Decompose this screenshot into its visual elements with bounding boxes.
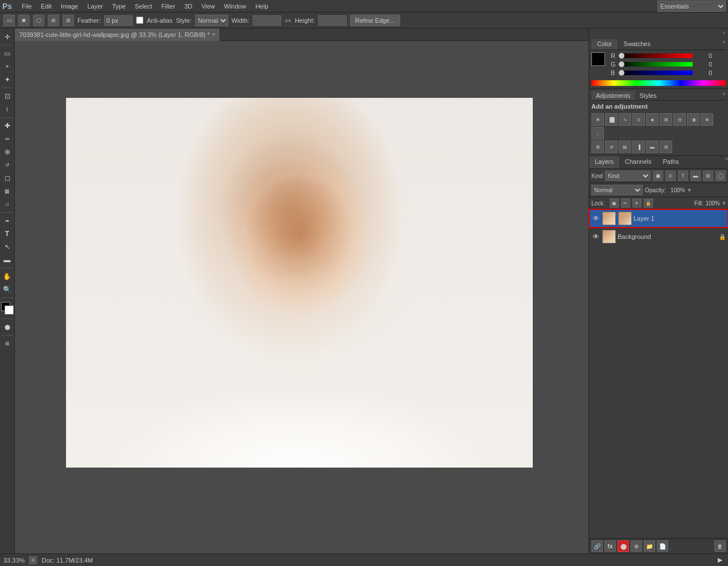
- background-color[interactable]: [5, 305, 14, 315]
- dodge-tool[interactable]: ○: [1, 198, 14, 210]
- spectrum-bar[interactable]: [591, 80, 726, 86]
- lock-all[interactable]: 🔒: [644, 199, 653, 208]
- menu-edit[interactable]: Edit: [37, 2, 56, 11]
- layer-item-background[interactable]: 👁 Background 🔒: [589, 228, 728, 246]
- layer-filter-shape[interactable]: ▬: [690, 171, 701, 181]
- lock-brush[interactable]: ✏: [621, 199, 630, 208]
- move-tool[interactable]: ✛: [1, 31, 14, 43]
- layer-filter-toggle[interactable]: ◯: [715, 171, 726, 181]
- adj-brightness[interactable]: ☀: [591, 113, 604, 126]
- quick-mask-tool[interactable]: ⬤: [1, 321, 14, 333]
- layer-filter-smart[interactable]: ⊞: [703, 171, 713, 181]
- canvas-scroll[interactable]: [15, 41, 589, 553]
- screen-mode-tool[interactable]: ⊞: [1, 337, 14, 350]
- tool-preset-icon[interactable]: ▭: [3, 15, 15, 26]
- status-arrow-btn[interactable]: ▶: [715, 556, 725, 565]
- adj-posterize[interactable]: ▤: [619, 141, 631, 153]
- adj-gradientmap[interactable]: ▬: [646, 141, 659, 153]
- gradient-tool[interactable]: ▦: [1, 185, 14, 197]
- adj-channelmix[interactable]: ⋮: [591, 127, 604, 139]
- layer-group-btn[interactable]: 📁: [644, 540, 655, 552]
- green-slider[interactable]: [619, 62, 693, 67]
- active-color-swatch[interactable]: [591, 52, 605, 66]
- healing-tool[interactable]: ✚: [1, 119, 14, 132]
- layer1-mask[interactable]: [618, 212, 632, 225]
- color-panel-menu-icon[interactable]: ≡: [723, 39, 726, 49]
- lock-checkerboard[interactable]: ▣: [610, 199, 619, 208]
- workspace-selector[interactable]: Essentials: [657, 1, 726, 12]
- menu-layer[interactable]: Layer: [83, 2, 107, 11]
- tab-adjustments[interactable]: Adjustments: [591, 91, 635, 100]
- status-info-btn[interactable]: ⊙: [29, 556, 37, 564]
- tool-row-icon[interactable]: ▤: [48, 15, 59, 26]
- width-input[interactable]: [253, 15, 281, 26]
- layer-new-btn[interactable]: 📄: [657, 540, 668, 552]
- eraser-tool[interactable]: ◻: [1, 172, 14, 184]
- adj-levels[interactable]: ▐█: [605, 113, 618, 126]
- zoom-tool[interactable]: 🔍: [1, 283, 14, 296]
- layer-delete-btn[interactable]: 🗑: [714, 540, 726, 552]
- kind-filter-select[interactable]: Kind: [605, 171, 651, 181]
- layer-filter-type[interactable]: T: [678, 171, 688, 181]
- layer-link-btn[interactable]: 🔗: [591, 540, 603, 552]
- menu-filter[interactable]: Filter: [157, 2, 179, 11]
- refine-edge-button[interactable]: Refine Edge...: [350, 15, 400, 26]
- pen-tool[interactable]: ✒: [1, 214, 14, 227]
- tab-paths[interactable]: Paths: [657, 156, 685, 168]
- adj-panel-menu-icon[interactable]: ≡: [723, 91, 726, 100]
- adj-selective[interactable]: ⊞: [660, 141, 672, 153]
- panel-collapse-icon[interactable]: »: [722, 30, 726, 36]
- blend-mode-select[interactable]: Normal: [591, 185, 643, 195]
- menu-window[interactable]: Window: [220, 2, 250, 11]
- tab-channels[interactable]: Channels: [619, 156, 657, 168]
- layer-item-layer1[interactable]: 👁 Layer 1: [589, 209, 728, 228]
- adj-huesat[interactable]: ⊞: [660, 113, 672, 126]
- document-tab[interactable]: 7039381-cute-little-girl-hd-wallpaper.jp…: [15, 28, 220, 41]
- height-input[interactable]: [318, 15, 347, 26]
- adj-exposure[interactable]: ⊙: [632, 113, 645, 126]
- path-select-tool[interactable]: ↖: [1, 241, 14, 253]
- feather-input[interactable]: [104, 15, 133, 26]
- menu-view[interactable]: View: [198, 2, 219, 11]
- marquee-tool[interactable]: ▭: [1, 47, 14, 60]
- adj-vibrance[interactable]: ◈: [646, 113, 659, 126]
- background-visibility[interactable]: 👁: [591, 232, 601, 241]
- layer-filter-adj[interactable]: ⊙: [665, 171, 676, 181]
- menu-select[interactable]: Select: [131, 2, 157, 11]
- adj-colorlookup[interactable]: ⊞: [591, 141, 604, 153]
- lock-position[interactable]: ✛: [632, 199, 641, 208]
- anti-alias-checkbox[interactable]: [136, 16, 143, 24]
- tab-swatches[interactable]: Swatches: [618, 39, 656, 49]
- tool-rect-icon[interactable]: ▣: [18, 15, 30, 26]
- blue-slider[interactable]: [619, 71, 693, 75]
- adj-bw[interactable]: ◑: [687, 113, 700, 126]
- crop-tool[interactable]: ⊡: [1, 90, 14, 102]
- menu-help[interactable]: Help: [252, 2, 273, 11]
- shape-tool[interactable]: ▬: [1, 254, 14, 266]
- tab-layers[interactable]: Layers: [589, 156, 619, 168]
- brush-tool[interactable]: ✏: [1, 133, 14, 145]
- layer-filter-pixel[interactable]: ▣: [653, 171, 663, 181]
- history-brush-tool[interactable]: ↺: [1, 159, 14, 171]
- adj-curves[interactable]: ∿: [619, 113, 631, 126]
- lasso-tool[interactable]: ⌖: [1, 60, 14, 73]
- document-tab-close[interactable]: ×: [212, 31, 216, 38]
- red-slider[interactable]: [619, 53, 693, 58]
- layer-mask-btn[interactable]: ⬤: [618, 540, 629, 552]
- hand-tool[interactable]: ✋: [1, 270, 14, 283]
- menu-3d[interactable]: 3D: [180, 2, 196, 11]
- tool-col-icon[interactable]: ▥: [63, 15, 74, 26]
- eyedropper-tool[interactable]: ⌇: [1, 103, 14, 115]
- adj-threshold[interactable]: ▐: [632, 141, 645, 153]
- tool-ellipse-icon[interactable]: ◯: [33, 15, 44, 26]
- menu-file[interactable]: File: [18, 2, 36, 11]
- type-tool[interactable]: T: [1, 228, 14, 240]
- adj-invert[interactable]: ⊘: [605, 141, 618, 153]
- opacity-chevron[interactable]: ▾: [688, 186, 691, 194]
- layer-adj-btn[interactable]: ⊕: [631, 540, 642, 552]
- fill-chevron[interactable]: ▾: [722, 199, 726, 207]
- menu-type[interactable]: Type: [108, 2, 130, 11]
- tab-styles[interactable]: Styles: [635, 91, 661, 100]
- adj-colorbalance[interactable]: ⊟: [673, 113, 686, 126]
- clone-stamp-tool[interactable]: ⊕: [1, 146, 14, 158]
